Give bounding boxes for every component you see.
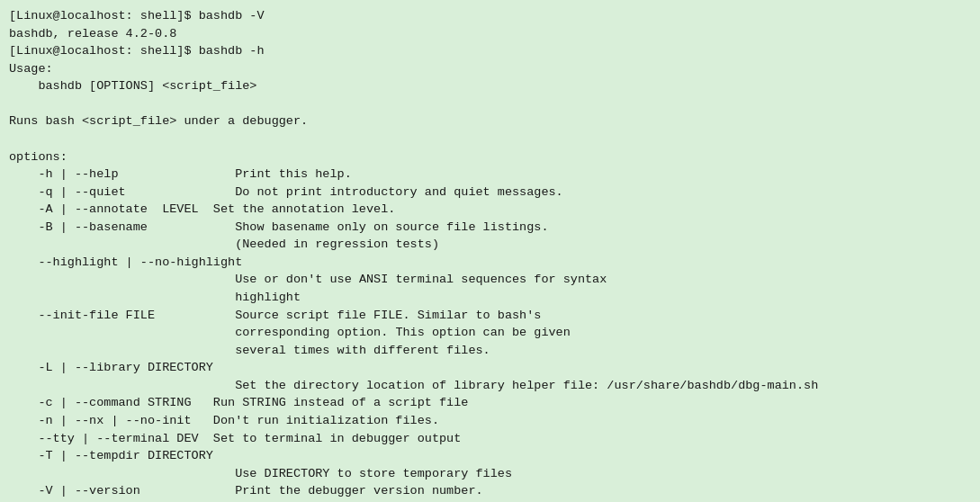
terminal-output: [Linux@localhost: shell]$ bashdb -V bash…: [9, 7, 971, 502]
